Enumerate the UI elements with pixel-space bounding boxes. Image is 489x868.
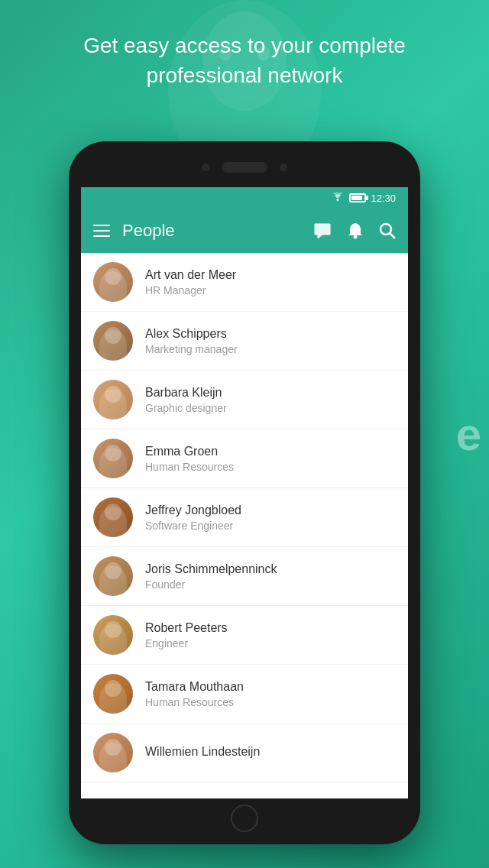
person-role: Engineer bbox=[145, 637, 396, 649]
avatar-body bbox=[99, 565, 127, 596]
app-title: People bbox=[122, 221, 301, 241]
person-info: Willemien Lindesteijn bbox=[145, 745, 396, 761]
avatar-body bbox=[99, 330, 127, 361]
avatar bbox=[93, 439, 133, 478]
person-name: Tamara Mouthaan bbox=[145, 680, 396, 694]
avatar bbox=[93, 497, 133, 537]
person-info: Tamara MouthaanHuman Resources bbox=[145, 680, 396, 708]
camera-dot bbox=[202, 164, 209, 171]
list-item[interactable]: Emma GroenHuman Resources bbox=[81, 429, 408, 488]
notifications-icon[interactable] bbox=[347, 222, 364, 240]
phone-inner: 12:30 People bbox=[75, 147, 414, 838]
person-role: Graphic designer bbox=[145, 402, 396, 414]
screen: 12:30 People bbox=[81, 187, 408, 798]
person-name: Alex Schippers bbox=[145, 327, 396, 341]
list-item[interactable]: Joris SchimmelpenninckFounder bbox=[81, 547, 408, 606]
person-info: Art van der MeerHR Manager bbox=[145, 268, 396, 296]
person-role: Software Engineer bbox=[145, 520, 396, 532]
person-info: Emma GroenHuman Resources bbox=[145, 445, 396, 473]
search-icon[interactable] bbox=[379, 222, 396, 239]
sensor-dot bbox=[280, 164, 287, 171]
decorative-letter: e bbox=[456, 408, 481, 461]
svg-point-4 bbox=[354, 235, 358, 239]
list-item[interactable]: Barbara KleijnGraphic designer bbox=[81, 371, 408, 429]
hero-section: Get easy access to your complete profess… bbox=[0, 31, 489, 90]
svg-point-5 bbox=[381, 224, 391, 235]
phone-shell: 12:30 People bbox=[69, 141, 420, 844]
battery-icon bbox=[349, 193, 366, 202]
person-role: Founder bbox=[145, 578, 396, 591]
app-bar: People bbox=[81, 209, 408, 253]
person-name: Jeffrey Jongbloed bbox=[145, 504, 396, 517]
person-info: Robert PeetersEngineer bbox=[145, 621, 396, 649]
person-role: Marketing manager bbox=[145, 343, 396, 355]
list-item[interactable]: Willemien Lindesteijn bbox=[81, 724, 408, 782]
avatar bbox=[93, 321, 133, 361]
person-name: Robert Peeters bbox=[145, 621, 396, 635]
person-name: Art van der Meer bbox=[145, 268, 396, 282]
status-icons: 12:30 bbox=[331, 193, 396, 204]
wifi-icon bbox=[331, 193, 345, 203]
person-role: HR Manager bbox=[145, 284, 396, 296]
status-bar: 12:30 bbox=[81, 187, 408, 209]
home-button[interactable] bbox=[231, 805, 258, 832]
person-info: Jeffrey JongbloedSoftware Engineer bbox=[145, 504, 396, 532]
menu-button[interactable] bbox=[93, 225, 110, 237]
phone-top-bar bbox=[75, 147, 414, 187]
avatar-body bbox=[99, 448, 127, 478]
avatar bbox=[93, 615, 133, 655]
avatar bbox=[93, 262, 133, 302]
person-name: Emma Groen bbox=[145, 445, 396, 458]
avatar bbox=[93, 380, 133, 419]
people-list: Art van der MeerHR ManagerAlex Schippers… bbox=[81, 253, 408, 798]
person-info: Joris SchimmelpenninckFounder bbox=[145, 562, 396, 591]
list-item[interactable]: Alex SchippersMarketing manager bbox=[81, 312, 408, 371]
person-info: Barbara KleijnGraphic designer bbox=[145, 386, 396, 414]
avatar-body bbox=[99, 742, 127, 772]
app-bar-icons bbox=[313, 222, 396, 240]
avatar-body bbox=[99, 507, 127, 537]
hero-heading: Get easy access to your complete profess… bbox=[46, 31, 443, 90]
status-time: 12:30 bbox=[371, 193, 396, 204]
person-info: Alex SchippersMarketing manager bbox=[145, 327, 396, 355]
avatar bbox=[93, 674, 133, 714]
avatar-body bbox=[99, 683, 127, 714]
person-name: Willemien Lindesteijn bbox=[145, 745, 396, 759]
list-item[interactable]: Tamara MouthaanHuman Resources bbox=[81, 665, 408, 724]
list-item[interactable]: Jeffrey JongbloedSoftware Engineer bbox=[81, 488, 408, 547]
messages-icon[interactable] bbox=[313, 222, 332, 239]
speaker-grill bbox=[222, 162, 267, 173]
avatar-body bbox=[99, 271, 127, 302]
avatar bbox=[93, 556, 133, 596]
person-role: Human Resources bbox=[145, 696, 396, 708]
svg-line-6 bbox=[390, 234, 396, 239]
person-name: Barbara Kleijn bbox=[145, 386, 396, 400]
person-role: Human Resources bbox=[145, 461, 396, 473]
person-name: Joris Schimmelpenninck bbox=[145, 562, 396, 576]
list-item[interactable]: Robert PeetersEngineer bbox=[81, 606, 408, 665]
list-item[interactable]: Art van der MeerHR Manager bbox=[81, 253, 408, 312]
avatar bbox=[93, 733, 133, 772]
avatar-body bbox=[99, 389, 127, 419]
avatar-body bbox=[99, 624, 127, 655]
phone-bottom-bar bbox=[75, 798, 414, 838]
